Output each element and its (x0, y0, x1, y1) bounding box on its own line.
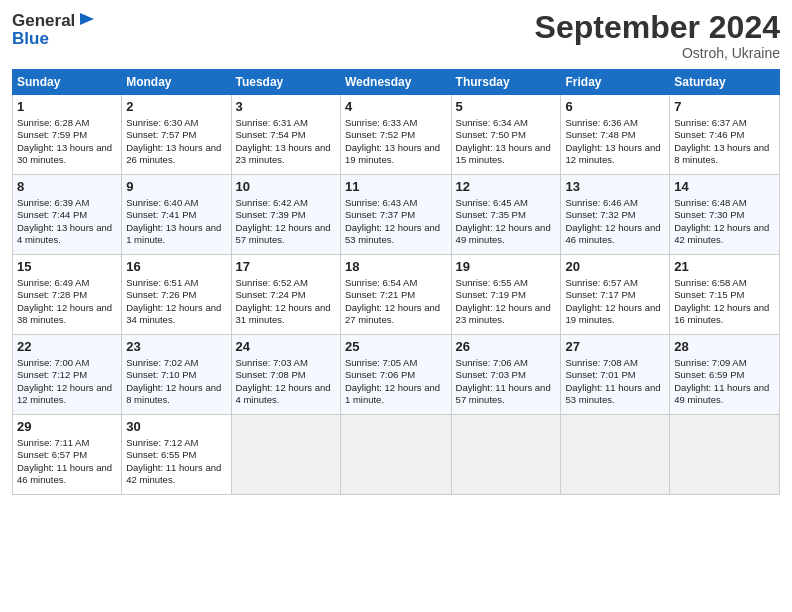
sunrise: Sunrise: 6:33 AM (345, 117, 417, 128)
sunrise: Sunrise: 6:30 AM (126, 117, 198, 128)
sunrise: Sunrise: 6:34 AM (456, 117, 528, 128)
sunrise: Sunrise: 7:06 AM (456, 357, 528, 368)
day-number: 9 (126, 179, 226, 196)
daylight: Daylight: 12 hours and 34 minutes. (126, 302, 221, 325)
sunrise: Sunrise: 6:31 AM (236, 117, 308, 128)
sunrise: Sunrise: 6:48 AM (674, 197, 746, 208)
sunset: Sunset: 7:08 PM (236, 369, 306, 380)
calendar-cell (340, 415, 451, 495)
sunset: Sunset: 7:01 PM (565, 369, 635, 380)
calendar-cell: 30Sunrise: 7:12 AMSunset: 6:55 PMDayligh… (122, 415, 231, 495)
title-block: September 2024 Ostroh, Ukraine (535, 10, 780, 61)
calendar-cell: 21Sunrise: 6:58 AMSunset: 7:15 PMDayligh… (670, 255, 780, 335)
calendar-cell: 9Sunrise: 6:40 AMSunset: 7:41 PMDaylight… (122, 175, 231, 255)
col-header-tuesday: Tuesday (231, 70, 340, 95)
sunrise: Sunrise: 6:40 AM (126, 197, 198, 208)
calendar-cell: 3Sunrise: 6:31 AMSunset: 7:54 PMDaylight… (231, 95, 340, 175)
col-header-sunday: Sunday (13, 70, 122, 95)
sunset: Sunset: 7:48 PM (565, 129, 635, 140)
sunrise: Sunrise: 6:45 AM (456, 197, 528, 208)
daylight: Daylight: 12 hours and 4 minutes. (236, 382, 331, 405)
calendar-cell: 15Sunrise: 6:49 AMSunset: 7:28 PMDayligh… (13, 255, 122, 335)
sunrise: Sunrise: 6:51 AM (126, 277, 198, 288)
daylight: Daylight: 11 hours and 46 minutes. (17, 462, 112, 485)
logo-line2: Blue (12, 29, 49, 49)
sunset: Sunset: 7:44 PM (17, 209, 87, 220)
sunset: Sunset: 7:12 PM (17, 369, 87, 380)
daylight: Daylight: 13 hours and 23 minutes. (236, 142, 331, 165)
day-number: 30 (126, 419, 226, 436)
daylight: Daylight: 12 hours and 49 minutes. (456, 222, 551, 245)
day-number: 20 (565, 259, 665, 276)
calendar-cell: 7Sunrise: 6:37 AMSunset: 7:46 PMDaylight… (670, 95, 780, 175)
sunset: Sunset: 7:17 PM (565, 289, 635, 300)
daylight: Daylight: 13 hours and 15 minutes. (456, 142, 551, 165)
col-header-friday: Friday (561, 70, 670, 95)
sunrise: Sunrise: 6:39 AM (17, 197, 89, 208)
day-number: 14 (674, 179, 775, 196)
daylight: Daylight: 12 hours and 12 minutes. (17, 382, 112, 405)
daylight: Daylight: 11 hours and 49 minutes. (674, 382, 769, 405)
sunrise: Sunrise: 6:43 AM (345, 197, 417, 208)
daylight: Daylight: 13 hours and 8 minutes. (674, 142, 769, 165)
day-number: 5 (456, 99, 557, 116)
daylight: Daylight: 11 hours and 53 minutes. (565, 382, 660, 405)
sunrise: Sunrise: 7:11 AM (17, 437, 89, 448)
sunset: Sunset: 7:21 PM (345, 289, 415, 300)
sunrise: Sunrise: 7:08 AM (565, 357, 637, 368)
day-number: 26 (456, 339, 557, 356)
calendar-cell: 5Sunrise: 6:34 AMSunset: 7:50 PMDaylight… (451, 95, 561, 175)
calendar-cell: 12Sunrise: 6:45 AMSunset: 7:35 PMDayligh… (451, 175, 561, 255)
calendar-cell (451, 415, 561, 495)
sunset: Sunset: 7:03 PM (456, 369, 526, 380)
sunrise: Sunrise: 6:37 AM (674, 117, 746, 128)
daylight: Daylight: 13 hours and 19 minutes. (345, 142, 440, 165)
calendar-cell: 19Sunrise: 6:55 AMSunset: 7:19 PMDayligh… (451, 255, 561, 335)
day-number: 28 (674, 339, 775, 356)
sunrise: Sunrise: 7:03 AM (236, 357, 308, 368)
sunrise: Sunrise: 7:12 AM (126, 437, 198, 448)
calendar-cell (231, 415, 340, 495)
sunrise: Sunrise: 7:02 AM (126, 357, 198, 368)
calendar-cell: 14Sunrise: 6:48 AMSunset: 7:30 PMDayligh… (670, 175, 780, 255)
day-number: 6 (565, 99, 665, 116)
sunrise: Sunrise: 7:05 AM (345, 357, 417, 368)
sunset: Sunset: 7:19 PM (456, 289, 526, 300)
month-title: September 2024 (535, 10, 780, 45)
sunset: Sunset: 7:35 PM (456, 209, 526, 220)
day-number: 16 (126, 259, 226, 276)
daylight: Daylight: 12 hours and 23 minutes. (456, 302, 551, 325)
col-header-thursday: Thursday (451, 70, 561, 95)
logo: General Blue (12, 10, 97, 49)
calendar-cell: 23Sunrise: 7:02 AMSunset: 7:10 PMDayligh… (122, 335, 231, 415)
day-number: 29 (17, 419, 117, 436)
day-number: 24 (236, 339, 336, 356)
calendar-table: SundayMondayTuesdayWednesdayThursdayFrid… (12, 69, 780, 495)
daylight: Daylight: 12 hours and 53 minutes. (345, 222, 440, 245)
calendar-cell: 22Sunrise: 7:00 AMSunset: 7:12 PMDayligh… (13, 335, 122, 415)
header: General Blue September 2024 Ostroh, Ukra… (12, 10, 780, 61)
day-number: 12 (456, 179, 557, 196)
sunset: Sunset: 7:30 PM (674, 209, 744, 220)
calendar-cell: 13Sunrise: 6:46 AMSunset: 7:32 PMDayligh… (561, 175, 670, 255)
day-number: 10 (236, 179, 336, 196)
sunrise: Sunrise: 6:55 AM (456, 277, 528, 288)
sunrise: Sunrise: 7:00 AM (17, 357, 89, 368)
calendar-cell: 4Sunrise: 6:33 AMSunset: 7:52 PMDaylight… (340, 95, 451, 175)
sunset: Sunset: 7:15 PM (674, 289, 744, 300)
daylight: Daylight: 12 hours and 42 minutes. (674, 222, 769, 245)
sunset: Sunset: 7:59 PM (17, 129, 87, 140)
day-number: 27 (565, 339, 665, 356)
daylight: Daylight: 12 hours and 8 minutes. (126, 382, 221, 405)
logo-line1: General (12, 11, 75, 31)
day-number: 21 (674, 259, 775, 276)
sunset: Sunset: 7:50 PM (456, 129, 526, 140)
daylight: Daylight: 13 hours and 30 minutes. (17, 142, 112, 165)
sunrise: Sunrise: 6:54 AM (345, 277, 417, 288)
sunset: Sunset: 7:46 PM (674, 129, 744, 140)
sunset: Sunset: 7:57 PM (126, 129, 196, 140)
day-number: 2 (126, 99, 226, 116)
sunrise: Sunrise: 6:28 AM (17, 117, 89, 128)
calendar-cell: 25Sunrise: 7:05 AMSunset: 7:06 PMDayligh… (340, 335, 451, 415)
sunrise: Sunrise: 6:36 AM (565, 117, 637, 128)
